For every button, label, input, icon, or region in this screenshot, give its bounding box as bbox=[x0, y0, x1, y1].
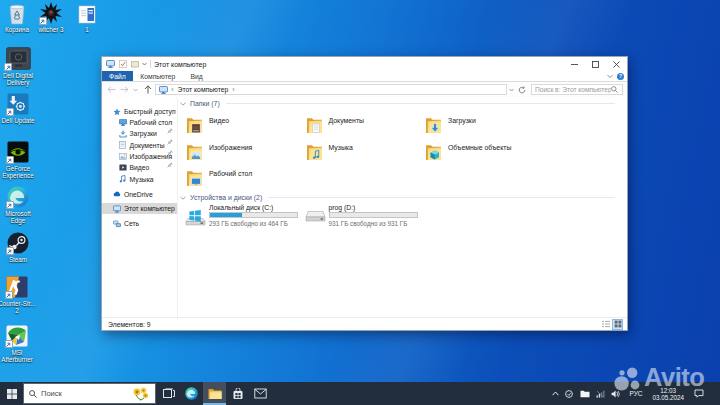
desktop-icon-dell-update[interactable]: Dell Update bbox=[0, 93, 41, 124]
expand-ribbon-icon[interactable] bbox=[607, 74, 613, 79]
folder-label: Объемные объекты bbox=[448, 144, 511, 151]
nav-item-videos[interactable]: Видео bbox=[102, 162, 177, 173]
qat-customize-chevron-icon[interactable] bbox=[142, 62, 147, 66]
search-icon[interactable] bbox=[611, 86, 618, 93]
properties-icon[interactable] bbox=[119, 60, 127, 68]
taskbar-mail-button[interactable] bbox=[249, 382, 272, 405]
clock[interactable]: 12:03 03.05.2024 bbox=[648, 387, 688, 401]
nav-item-downloads[interactable]: Загрузки bbox=[102, 128, 177, 139]
icons-view-button[interactable] bbox=[612, 319, 623, 330]
group-header-folders[interactable]: Папки (7) bbox=[180, 100, 615, 107]
collapse-chevron-icon[interactable] bbox=[180, 196, 186, 200]
folder-label: Музыка bbox=[329, 144, 353, 151]
tray-folder-icon[interactable] bbox=[576, 382, 592, 405]
taskbar-search-box[interactable]: Поиск bbox=[23, 383, 156, 404]
details-view-button[interactable] bbox=[601, 320, 610, 329]
new-folder-icon[interactable] bbox=[131, 60, 139, 68]
folder-tile-documents[interactable]: Документы bbox=[299, 116, 417, 136]
folder-label: Документы bbox=[329, 117, 365, 124]
nav-item-network[interactable]: Сеть bbox=[102, 218, 177, 229]
recent-locations-chevron[interactable] bbox=[131, 88, 140, 92]
tab-file[interactable]: Файл bbox=[102, 71, 133, 81]
action-center-button[interactable] bbox=[688, 382, 712, 405]
desktop-icon-dell-digital-delivery[interactable]: Dell Digital Delivery bbox=[0, 47, 41, 86]
3d-objects-folder-icon bbox=[425, 143, 442, 165]
windows-logo-icon bbox=[7, 389, 17, 399]
nav-item-desktop[interactable]: Рабочий стол bbox=[102, 117, 177, 128]
volume-icon[interactable] bbox=[608, 382, 623, 405]
taskbar-explorer-button[interactable] bbox=[203, 382, 226, 405]
breadcrumb-chevron: › bbox=[232, 86, 235, 93]
this-pc-icon bbox=[106, 60, 115, 68]
shortcut-arrow-icon bbox=[6, 156, 14, 164]
nav-item-label: Этот компьютер bbox=[124, 205, 175, 212]
folder-tile-3d-objects[interactable]: Объемные объекты bbox=[418, 143, 536, 163]
drive-tile-d[interactable]: prog (D:) 931 ГБ свободно из 931 ГБ bbox=[299, 204, 417, 228]
folder-tile-downloads[interactable]: Загрузки bbox=[418, 116, 536, 136]
nav-item-label: Видео bbox=[130, 164, 150, 171]
hidden-icons-chevron[interactable] bbox=[549, 382, 562, 405]
language-indicator[interactable]: РУС bbox=[623, 390, 648, 397]
nav-item-onedrive[interactable]: OneDrive bbox=[102, 189, 177, 200]
edge-icon bbox=[185, 387, 198, 400]
network-status-icon[interactable] bbox=[593, 382, 608, 405]
group-rule bbox=[226, 103, 615, 104]
desktop-icon-document-1[interactable]: 1 bbox=[64, 5, 110, 33]
desktop-icon-steam[interactable]: Steam bbox=[0, 232, 41, 263]
nav-item-this-pc[interactable]: Этот компьютер bbox=[102, 203, 177, 214]
tab-view[interactable]: Вид bbox=[184, 71, 209, 81]
desktop-icon-msi-afterburner[interactable]: MSI Afterburner bbox=[0, 325, 40, 363]
music-folder-icon bbox=[306, 143, 323, 165]
nav-item-label: Музыка bbox=[130, 176, 154, 183]
minimize-button[interactable] bbox=[564, 57, 585, 71]
address-dropdown-chevron[interactable] bbox=[507, 88, 516, 92]
start-button[interactable] bbox=[0, 382, 23, 405]
counter-strike-2-icon bbox=[6, 276, 28, 298]
folder-tile-videos[interactable]: Видео bbox=[179, 116, 297, 136]
forward-button[interactable] bbox=[118, 86, 131, 93]
address-bar[interactable]: › Этот компьютер › bbox=[155, 84, 507, 95]
help-icon[interactable]: ? bbox=[617, 73, 624, 80]
breadcrumb[interactable]: Этот компьютер bbox=[178, 86, 229, 93]
nav-item-music[interactable]: Музыка bbox=[102, 174, 177, 185]
collapse-chevron-icon[interactable] bbox=[180, 102, 186, 106]
taskbar-store-button[interactable] bbox=[226, 382, 249, 405]
desktop-icon-label: Dell Digital Delivery bbox=[0, 72, 41, 86]
folder-tile-pictures[interactable]: Изображения bbox=[179, 143, 297, 163]
task-view-button[interactable] bbox=[157, 382, 180, 405]
nav-item-label: Быстрый доступ bbox=[124, 108, 176, 115]
desktop-icon-geforce-experience[interactable]: GeForce Experience bbox=[0, 141, 41, 179]
network-icon bbox=[113, 220, 121, 228]
maximize-button[interactable] bbox=[585, 57, 606, 71]
search-highlight-flowers-icon[interactable] bbox=[132, 386, 150, 401]
shortcut-arrow-icon bbox=[6, 108, 14, 116]
desktop-icon-counter-strike-2[interactable]: Counter-Str... 2 bbox=[0, 276, 40, 314]
back-button[interactable] bbox=[105, 86, 118, 93]
title-bar[interactable]: Этот компьютер bbox=[102, 57, 627, 71]
search-placeholder: Поиск в: Этот компьютер bbox=[535, 86, 611, 93]
drive-usage-bar bbox=[329, 212, 418, 218]
item-count: Элементов: 9 bbox=[108, 321, 151, 328]
folder-tile-desktop[interactable]: Рабочий стол bbox=[179, 169, 297, 189]
nav-item-pictures[interactable]: Изображения bbox=[102, 151, 177, 162]
witcher-3-icon bbox=[40, 2, 62, 24]
drive-tile-c[interactable]: Локальный диск (C:) 293 ГБ свободно из 4… bbox=[179, 204, 297, 228]
refresh-button[interactable] bbox=[516, 86, 527, 94]
videos-folder-icon bbox=[186, 116, 203, 138]
taskbar-edge-button[interactable] bbox=[180, 382, 203, 405]
search-input[interactable]: Поиск в: Этот компьютер bbox=[531, 84, 623, 95]
nav-item-quick-access[interactable]: Быстрый доступ bbox=[102, 106, 177, 117]
file-explorer-icon bbox=[208, 388, 222, 400]
folder-label: Изображения bbox=[209, 144, 252, 151]
tab-computer[interactable]: Компьютер bbox=[134, 71, 182, 81]
desktop-icon-microsoft-edge[interactable]: Microsoft Edge bbox=[0, 186, 41, 224]
tray-app-icon[interactable] bbox=[562, 382, 576, 405]
up-button[interactable] bbox=[140, 85, 155, 94]
content-pane: Папки (7) Вид bbox=[179, 97, 629, 319]
music-icon bbox=[119, 175, 127, 183]
folder-tile-music[interactable]: Музыка bbox=[299, 143, 417, 163]
group-header-drives[interactable]: Устройства и диски (2) bbox=[180, 194, 615, 201]
nav-item-documents[interactable]: Документы bbox=[102, 140, 177, 151]
close-button[interactable] bbox=[606, 57, 627, 71]
group-title: Папки (7) bbox=[190, 100, 220, 107]
